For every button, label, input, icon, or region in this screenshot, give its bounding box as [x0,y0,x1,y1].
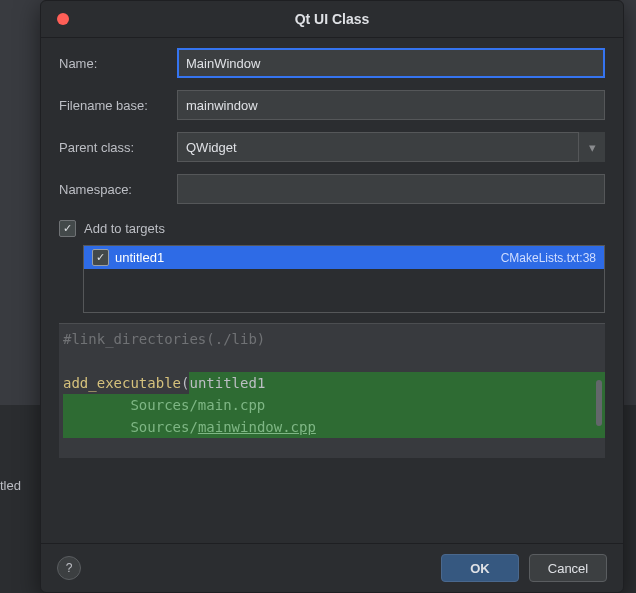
target-checkbox[interactable] [92,249,109,266]
target-meta: CMakeLists.txt:38 [501,251,596,265]
ok-button[interactable]: OK [441,554,519,582]
cancel-button[interactable]: Cancel [529,554,607,582]
parent-class-select[interactable]: ▾ [177,132,605,162]
qt-ui-class-dialog: Qt UI Class Name: Filename base: Parent … [40,0,624,593]
namespace-input[interactable] [177,174,605,204]
dialog-title: Qt UI Class [41,11,623,27]
filename-label: Filename base: [59,98,177,113]
preview-line-5: Sources/mainwindow.cpp [63,416,316,438]
parent-class-value[interactable] [177,132,605,162]
target-row[interactable]: untitled1 CMakeLists.txt:38 [84,246,604,269]
target-name: untitled1 [115,250,164,265]
name-input[interactable] [177,48,605,78]
titlebar: Qt UI Class [41,1,623,38]
help-button[interactable]: ? [57,556,81,580]
row-filename: Filename base: [59,90,605,120]
preview-scrollbar[interactable] [596,380,602,426]
preview-line-3: add_executable(untitled1 [63,375,605,391]
backdrop-text: tled [0,478,21,493]
add-to-targets-label: Add to targets [84,221,165,236]
close-icon[interactable] [57,13,69,25]
preview-line-1: #link_directories(./lib) [63,331,265,347]
parent-class-label: Parent class: [59,140,177,155]
targets-list[interactable]: untitled1 CMakeLists.txt:38 [83,245,605,313]
dialog-footer: ? OK Cancel [41,543,623,592]
namespace-label: Namespace: [59,182,177,197]
row-namespace: Namespace: [59,174,605,204]
add-to-targets-row[interactable]: Add to targets [59,220,605,237]
add-to-targets-checkbox[interactable] [59,220,76,237]
cmake-preview: #link_directories(./lib) add_executable(… [59,323,605,458]
filename-input[interactable] [177,90,605,120]
help-icon: ? [66,561,73,575]
row-parent-class: Parent class: ▾ [59,132,605,162]
row-name: Name: [59,48,605,78]
preview-line-4: Sources/main.cpp [63,394,265,416]
name-label: Name: [59,56,177,71]
dialog-content: Name: Filename base: Parent class: ▾ Nam… [41,38,623,543]
